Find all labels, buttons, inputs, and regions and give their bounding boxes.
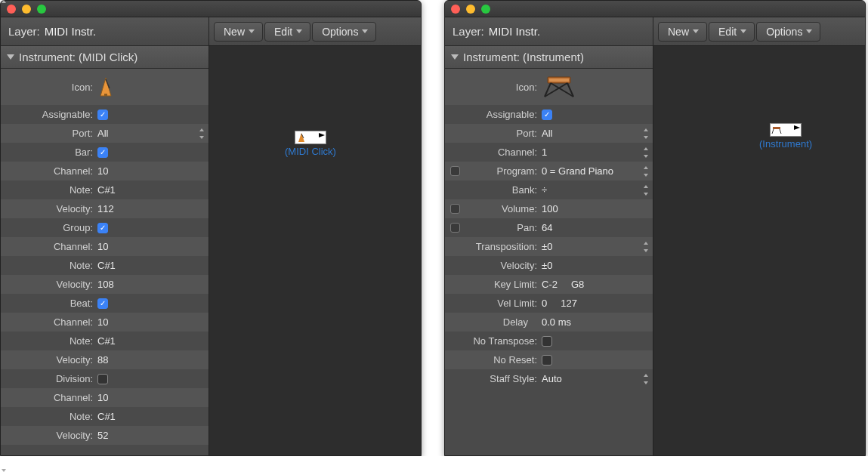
- param-value[interactable]: 10: [97, 316, 209, 328]
- param-value[interactable]: ✓: [97, 147, 209, 158]
- new-button[interactable]: New: [214, 22, 263, 42]
- layer-selector[interactable]: Layer: MIDI Instr.: [445, 17, 653, 46]
- synth-icon[interactable]: [542, 74, 576, 100]
- disclosure-triangle-icon[interactable]: [451, 54, 459, 60]
- close-icon[interactable]: [451, 5, 460, 14]
- edit-button[interactable]: Edit: [264, 22, 310, 42]
- text-value[interactable]: 10: [97, 165, 108, 177]
- maximize-icon[interactable]: [37, 5, 46, 14]
- text-value[interactable]: 52: [97, 430, 108, 441]
- checkbox[interactable]: ✓: [97, 110, 108, 120]
- dropdown-arrows-icon[interactable]: [642, 185, 650, 196]
- select-value[interactable]: 0.0 ms: [542, 316, 571, 328]
- select-value[interactable]: Auto: [542, 373, 562, 384]
- param-value[interactable]: 0127: [542, 298, 653, 309]
- param-value[interactable]: ±0: [542, 241, 653, 252]
- range-value[interactable]: C-2G8: [542, 279, 584, 290]
- param-value[interactable]: ✓: [542, 110, 653, 120]
- param-value[interactable]: ÷: [542, 184, 653, 196]
- param-value[interactable]: C#1: [97, 411, 209, 422]
- param-value[interactable]: 10: [97, 165, 209, 177]
- text-value[interactable]: C#1: [97, 184, 116, 196]
- text-value[interactable]: 88: [97, 354, 108, 366]
- checkbox[interactable]: [97, 374, 108, 384]
- row-enable-checkbox[interactable]: [450, 166, 460, 176]
- layer-selector[interactable]: Layer: MIDI Instr.: [1, 17, 209, 46]
- checkbox[interactable]: ✓: [542, 110, 552, 120]
- text-value[interactable]: C#1: [97, 411, 116, 422]
- param-value[interactable]: ✓: [97, 298, 209, 309]
- dropdown-arrows-icon[interactable]: [642, 147, 650, 158]
- param-value[interactable]: 88: [97, 354, 209, 366]
- param-value[interactable]: C#1: [97, 260, 209, 271]
- param-value[interactable]: 112: [97, 203, 209, 214]
- environment-canvas[interactable]: New Edit Options: [209, 17, 421, 455]
- param-value[interactable]: 64: [542, 222, 653, 233]
- dropdown-arrows-icon[interactable]: [198, 128, 205, 139]
- param-value[interactable]: ✓: [97, 223, 209, 233]
- environment-canvas[interactable]: New Edit Options: [653, 17, 865, 455]
- param-value[interactable]: 10: [97, 392, 209, 403]
- param-value[interactable]: C#1: [97, 335, 209, 347]
- param-value[interactable]: ±0: [542, 260, 653, 271]
- range-value[interactable]: 0127: [542, 298, 577, 309]
- param-value[interactable]: C-2G8: [542, 279, 653, 290]
- checkbox[interactable]: ✓: [97, 147, 108, 158]
- instrument-node[interactable]: (Instrument): [759, 123, 812, 150]
- param-value[interactable]: [542, 336, 653, 347]
- minimize-icon[interactable]: [466, 5, 475, 14]
- instrument-section-header[interactable]: Instrument: (Instrument): [445, 46, 653, 69]
- text-value[interactable]: 10: [97, 392, 108, 403]
- row-enable-checkbox[interactable]: [450, 204, 460, 214]
- titlebar[interactable]: [1, 1, 421, 17]
- maximize-icon[interactable]: [481, 5, 490, 14]
- param-value[interactable]: 108: [97, 279, 209, 290]
- param-value[interactable]: 0 = Grand Piano: [542, 165, 653, 177]
- param-value[interactable]: 100: [542, 203, 653, 214]
- param-value[interactable]: 1: [542, 147, 653, 158]
- checkbox[interactable]: ✓: [97, 223, 108, 233]
- text-value[interactable]: 100: [542, 203, 558, 214]
- param-value[interactable]: All: [97, 128, 209, 139]
- dropdown-arrows-icon[interactable]: [531, 317, 537, 328]
- checkbox[interactable]: ✓: [97, 298, 108, 309]
- titlebar[interactable]: [445, 1, 865, 17]
- param-value[interactable]: 0.0 ms: [542, 316, 653, 328]
- param-value[interactable]: 10: [97, 241, 209, 252]
- row-enable-checkbox[interactable]: [450, 223, 460, 233]
- select-value[interactable]: 1: [542, 147, 547, 158]
- new-button[interactable]: New: [658, 22, 707, 42]
- dropdown-arrows-icon[interactable]: [642, 374, 650, 384]
- dropdown-arrows-icon[interactable]: [642, 166, 650, 177]
- edit-button[interactable]: Edit: [709, 22, 755, 42]
- param-value[interactable]: [542, 74, 653, 100]
- disclosure-triangle-icon[interactable]: [7, 54, 14, 60]
- midi-click-node[interactable]: (MIDI Click): [285, 131, 336, 157]
- param-value[interactable]: Auto: [542, 373, 653, 384]
- options-button[interactable]: Options: [756, 22, 820, 42]
- dropdown-arrows-icon[interactable]: [642, 242, 650, 252]
- text-value[interactable]: 112: [97, 203, 114, 214]
- checkbox[interactable]: [542, 355, 552, 366]
- dropdown-arrows-icon[interactable]: [642, 128, 650, 139]
- select-value[interactable]: All: [542, 128, 552, 139]
- select-value[interactable]: ÷: [542, 184, 547, 196]
- instrument-section-header[interactable]: Instrument: (MIDI Click): [1, 46, 209, 69]
- text-value[interactable]: 64: [542, 222, 552, 233]
- text-value[interactable]: ±0: [542, 260, 552, 271]
- param-value[interactable]: 52: [97, 430, 209, 441]
- options-button[interactable]: Options: [312, 22, 376, 42]
- select-value[interactable]: All: [97, 128, 108, 139]
- minimize-icon[interactable]: [22, 5, 31, 14]
- param-value[interactable]: [97, 374, 209, 384]
- param-value[interactable]: ✓: [97, 110, 209, 120]
- checkbox[interactable]: [542, 336, 552, 347]
- param-value[interactable]: C#1: [97, 184, 209, 196]
- select-value[interactable]: 0 = Grand Piano: [542, 165, 613, 177]
- text-value[interactable]: C#1: [97, 260, 116, 271]
- text-value[interactable]: 10: [97, 241, 108, 252]
- param-value[interactable]: [542, 355, 653, 366]
- param-value[interactable]: [97, 76, 209, 97]
- text-value[interactable]: C#1: [97, 335, 116, 347]
- param-value[interactable]: All: [542, 128, 653, 139]
